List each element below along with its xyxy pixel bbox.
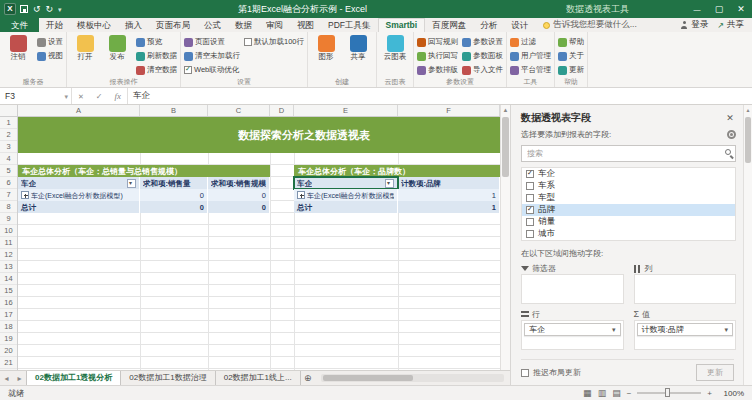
- field-list-item[interactable]: 车型: [522, 192, 735, 204]
- ribbon-small-button[interactable]: 设置: [37, 36, 63, 48]
- pivot-row-label-cell[interactable]: 车企(Excel融合分析数据模型): [294, 189, 398, 201]
- login-button[interactable]: 登录: [680, 19, 708, 31]
- ribbon-small-button[interactable]: 默认加载100行: [244, 36, 304, 48]
- sheet-nav-left-icon[interactable]: [0, 371, 13, 385]
- column-header[interactable]: A: [18, 105, 140, 116]
- redo-icon[interactable]: [46, 4, 54, 14]
- ribbon-small-button[interactable]: 视图: [37, 50, 63, 62]
- ribbon-small-button[interactable]: 回写规则: [417, 36, 458, 48]
- ribbon-tab[interactable]: PDF工具集: [321, 18, 378, 32]
- field-checkbox[interactable]: [526, 170, 534, 178]
- pivot-value-cell[interactable]: 1: [398, 189, 500, 201]
- ribbon-small-button[interactable]: 清空未加载行: [184, 50, 240, 62]
- ribbon-small-button[interactable]: 用户管理: [510, 50, 551, 62]
- scroll-up-icon[interactable]: [501, 105, 510, 115]
- share-button[interactable]: 共享: [717, 19, 744, 31]
- page-layout-view-icon[interactable]: [598, 389, 607, 398]
- defer-checkbox[interactable]: [521, 369, 529, 377]
- row-header[interactable]: 12: [0, 249, 17, 261]
- row-header[interactable]: 8: [0, 201, 17, 213]
- ribbon-small-button[interactable]: 清空数据: [136, 64, 177, 76]
- ribbon-tab[interactable]: 页面布局: [149, 18, 197, 32]
- sheet-nav-right-icon[interactable]: [13, 371, 26, 385]
- sheet-tab[interactable]: 02数据加工1透视分析: [26, 371, 121, 385]
- row-header[interactable]: 13: [0, 261, 17, 273]
- panel-close-icon[interactable]: [724, 113, 736, 123]
- field-checkbox[interactable]: [526, 206, 534, 214]
- ribbon-tab[interactable]: 视图: [290, 18, 321, 32]
- field-search-input[interactable]: [521, 145, 736, 162]
- save-icon[interactable]: [20, 5, 28, 13]
- insert-function-icon[interactable]: [115, 91, 122, 101]
- ribbon-tab[interactable]: 公式: [197, 18, 228, 32]
- qat-dropdown-icon[interactable]: [58, 4, 62, 14]
- excel-app-icon[interactable]: [4, 3, 16, 15]
- zoom-out-icon[interactable]: [627, 389, 632, 398]
- ribbon-tab[interactable]: 数据: [228, 18, 259, 32]
- row-header[interactable]: 16: [0, 297, 17, 309]
- pivot-left-band[interactable]: 车企总体分析（车企：总销量与总销售规模）: [18, 165, 270, 177]
- field-pill[interactable]: 计数项:品牌: [637, 323, 734, 336]
- filter-dropdown-icon[interactable]: [127, 179, 136, 188]
- undo-icon[interactable]: [33, 4, 41, 14]
- columns-area[interactable]: [634, 274, 737, 304]
- ribbon-tab[interactable]: 插入: [118, 18, 149, 32]
- scrollbar-thumb[interactable]: [745, 117, 751, 163]
- filter-dropdown-icon[interactable]: [385, 179, 394, 188]
- cancel-entry-icon[interactable]: [78, 91, 84, 101]
- cell-grid[interactable]: 数据探索分析之数据透视表 车企总体分析（车企：总销量与总销售规模） 车企总体分析…: [18, 117, 500, 370]
- row-header[interactable]: 20: [0, 345, 17, 357]
- ribbon-tab[interactable]: 百度网盘: [425, 18, 473, 32]
- zoom-level[interactable]: 100%: [718, 389, 744, 398]
- pivot-header-cell[interactable]: 车企: [18, 177, 140, 189]
- ribbon-small-button[interactable]: 页面设置: [184, 36, 240, 48]
- ribbon-small-button[interactable]: 平台管理: [510, 64, 551, 76]
- field-checkbox[interactable]: [526, 218, 534, 226]
- row-header[interactable]: 9: [0, 213, 17, 225]
- select-all-corner[interactable]: [0, 105, 18, 116]
- row-header[interactable]: 3: [0, 141, 17, 153]
- sheet-tab[interactable]: 02数据加工1数据治理: [121, 371, 215, 385]
- pivot-total-label-cell[interactable]: 总计: [18, 201, 140, 213]
- row-header[interactable]: 7: [0, 189, 17, 201]
- column-header[interactable]: B: [140, 105, 208, 116]
- checkbox[interactable]: [184, 66, 192, 74]
- expand-icon[interactable]: [21, 191, 29, 199]
- ribbon-small-button[interactable]: 导入文件: [462, 64, 503, 76]
- zoom-slider-knob[interactable]: [665, 388, 670, 397]
- chevron-down-icon[interactable]: [724, 325, 728, 334]
- add-sheet-icon[interactable]: [301, 371, 315, 385]
- row-header[interactable]: 18: [0, 321, 17, 333]
- pivot-total-label-cell[interactable]: 总计: [294, 201, 398, 213]
- ribbon-small-button[interactable]: 预览: [136, 36, 177, 48]
- row-header[interactable]: 4: [0, 153, 17, 165]
- values-area[interactable]: 计数项:品牌: [634, 320, 737, 350]
- ribbon-tab[interactable]: 设计: [504, 18, 535, 32]
- pivot-total-value-cell[interactable]: 0: [140, 201, 208, 213]
- chevron-down-icon[interactable]: [612, 325, 616, 334]
- ribbon-small-button[interactable]: 执行回写: [417, 50, 458, 62]
- normal-view-icon[interactable]: [583, 389, 592, 398]
- column-header[interactable]: C: [208, 105, 270, 116]
- field-list-item[interactable]: 城市: [522, 228, 735, 240]
- row-header[interactable]: 6: [0, 177, 17, 189]
- scrollbar-thumb[interactable]: [323, 375, 413, 381]
- pivot-total-value-cell[interactable]: 0: [208, 201, 270, 213]
- row-header[interactable]: 2: [0, 129, 17, 141]
- name-box[interactable]: F3: [0, 88, 72, 104]
- ribbon-small-button[interactable]: 关于: [558, 50, 584, 62]
- ribbon-small-button[interactable]: 参数排版: [417, 64, 458, 76]
- row-header[interactable]: 14: [0, 273, 17, 285]
- pivot-header-cell[interactable]: 计数项:品牌: [398, 177, 500, 189]
- confirm-entry-icon[interactable]: [96, 91, 103, 101]
- vertical-scrollbar[interactable]: [500, 105, 510, 370]
- field-list-item[interactable]: 车系: [522, 180, 735, 192]
- close-icon[interactable]: [730, 0, 752, 18]
- ribbon-big-button[interactable]: 注销: [3, 33, 33, 61]
- row-header[interactable]: 1: [0, 117, 17, 129]
- field-checkbox[interactable]: [526, 194, 534, 202]
- formula-input[interactable]: 车企: [128, 88, 752, 104]
- ribbon-big-button[interactable]: 打开: [70, 33, 100, 61]
- tell-me-box[interactable]: 告诉我您想要做什么...: [535, 18, 645, 32]
- column-header[interactable]: D: [270, 105, 294, 116]
